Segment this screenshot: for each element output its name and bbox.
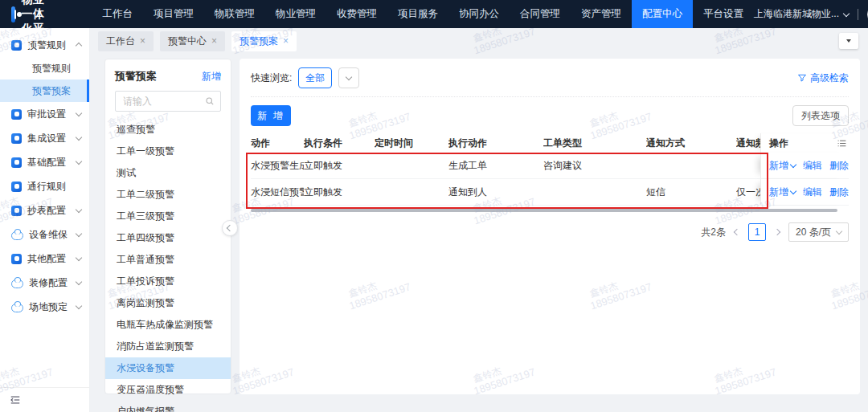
row-operations: 新增 编辑 删除: [760, 153, 849, 178]
tab-workbench[interactable]: 工作台 ×: [98, 31, 154, 51]
advanced-search-label: 高级检索: [810, 71, 849, 85]
sidebar-item-alert-rules[interactable]: 预警规则: [0, 57, 89, 80]
sidebar-item-renovation-config[interactable]: 装修配置: [0, 271, 89, 295]
sidebar-footer: [0, 387, 89, 412]
sidebar-item-other-config[interactable]: 其他配置: [0, 247, 89, 271]
sidebar-item-meter-config[interactable]: 抄表配置: [0, 198, 89, 222]
row-operations: 新增 编辑 删除: [760, 179, 849, 205]
module-icon: [11, 182, 22, 192]
list-item[interactable]: 测试: [105, 162, 231, 184]
chevron-down-icon: [76, 257, 81, 260]
module-icon: [11, 133, 22, 144]
list-item[interactable]: 户内燃气报警: [105, 401, 231, 412]
cell-action: 水浸预警生成工单: [251, 159, 304, 173]
sidebar-item-label: 设备维保: [29, 228, 68, 242]
sidebar-item-integration-settings[interactable]: 集成设置: [0, 126, 89, 150]
nav-item-fee-mgmt[interactable]: 收费管理: [326, 0, 387, 28]
panel-collapse-button[interactable]: [222, 220, 238, 236]
nav-item-collaboration[interactable]: 协同办公: [448, 0, 510, 28]
nav-item-project-mgmt[interactable]: 项目管理: [143, 0, 204, 28]
row-add-button[interactable]: 新增: [769, 186, 796, 199]
quick-browse-row: 快速浏览: 全部 高级检索: [251, 67, 849, 89]
close-icon[interactable]: ×: [283, 36, 289, 46]
quick-browse-all-button[interactable]: 全部: [298, 67, 332, 88]
tab-list-dropdown-button[interactable]: [839, 33, 858, 49]
advanced-search-link[interactable]: 高级检索: [797, 71, 849, 85]
nav-item-contract-mgmt[interactable]: 合同管理: [510, 0, 571, 28]
column-header: 通知方式: [646, 137, 736, 150]
next-page-button[interactable]: [773, 230, 781, 235]
page-number-button[interactable]: 1: [748, 223, 766, 241]
list-item[interactable]: 变压器温度预警: [105, 379, 231, 401]
nav-item-property-mgmt[interactable]: 物业管理: [265, 0, 326, 28]
row-edit-button[interactable]: 编辑: [803, 186, 822, 199]
chevron-down-icon: [346, 74, 352, 80]
quick-browse-dropdown-button[interactable]: [338, 67, 359, 88]
list-item[interactable]: 工单一级预警: [105, 141, 231, 162]
list-item[interactable]: 工单三级预警: [105, 206, 231, 227]
add-button[interactable]: 新 增: [251, 105, 291, 126]
nav-item-project-service[interactable]: 项目服务: [387, 0, 448, 28]
list-item[interactable]: 工单四级预警: [105, 227, 231, 249]
alert-plan-table: 动作 执行条件 定时时间 执行动作 工单类型 通知方式 通知频次 操作: [251, 133, 849, 212]
close-icon[interactable]: ×: [140, 36, 145, 46]
chevron-right-icon: [774, 229, 780, 235]
list-item[interactable]: 离岗监测预警: [105, 292, 231, 314]
chevron-down-icon: [76, 112, 81, 116]
table-row[interactable]: 水浸短信预警 立即触发 通知到人 短信 仅一次 新增 编辑 删除: [251, 179, 849, 206]
sidebar-item-approval-settings[interactable]: 审批设置: [0, 102, 89, 126]
column-header: 动作: [251, 137, 304, 150]
close-icon[interactable]: ×: [211, 36, 217, 46]
horizontal-scrollbar[interactable]: [251, 209, 837, 212]
chevron-left-icon: [734, 229, 740, 235]
list-item[interactable]: 消防占道监测预警: [105, 336, 231, 357]
action-row: 新 增 列表选项: [251, 104, 849, 127]
chevron-down-icon: [76, 209, 81, 212]
list-item[interactable]: 工单二级预警: [105, 184, 231, 206]
sidebar-item-equipment-maintenance[interactable]: 设备维保: [0, 222, 89, 247]
panel-header: 预警预案 新增: [105, 59, 231, 91]
sidebar-item-alert-plans[interactable]: 预警预案: [0, 80, 89, 102]
tab-alert-plans[interactable]: 预警预案 ×: [231, 31, 297, 51]
chevron-left-icon: [227, 225, 233, 231]
row-edit-button[interactable]: 编辑: [803, 159, 822, 173]
collapse-sidebar-button[interactable]: [10, 394, 21, 406]
table-row[interactable]: 水浸预警生成工单 立即触发 生成工单 咨询建议 新增 编辑 删除: [251, 153, 849, 179]
nav-item-config-center[interactable]: 配置中心: [632, 0, 693, 28]
panel-add-button[interactable]: 新增: [202, 70, 221, 84]
column-settings-button[interactable]: [837, 138, 849, 149]
alert-plan-list: 巡查预警 工单一级预警 测试 工单二级预警 工单三级预警 工单四级预警 工单普通…: [105, 119, 231, 412]
list-item-selected[interactable]: 水浸设备预警: [105, 357, 231, 379]
brand: 临港物业一体化平台: [11, 0, 46, 51]
page-body: 预警规则 预警规则 预警预案 审批设置 集成设置 基础配置: [0, 28, 868, 412]
prev-page-button[interactable]: [733, 230, 741, 235]
nav-item-platform-settings[interactable]: 平台设置: [693, 0, 754, 28]
nav-item-iot-mgmt[interactable]: 物联管理: [204, 0, 265, 28]
main-menu: 工作台 项目管理 物联管理 物业管理 收费管理 项目服务 协同办公 合同管理 资…: [92, 0, 755, 28]
sidebar-item-basic-config[interactable]: 基础配置: [0, 150, 89, 174]
column-header-truncated: 通知频次: [736, 137, 760, 150]
nav-item-workbench[interactable]: 工作台: [92, 0, 144, 28]
search-input[interactable]: [121, 95, 202, 108]
list-options-button[interactable]: 列表选项: [792, 105, 849, 126]
sidebar-item-label: 基础配置: [27, 156, 66, 169]
row-delete-button[interactable]: 删除: [829, 186, 849, 199]
sidebar-item-venue-booking[interactable]: 场地预定: [0, 295, 89, 319]
list-item[interactable]: 工单投诉预警: [105, 271, 231, 292]
list-item[interactable]: 巡查预警: [105, 119, 231, 141]
main-card: 快速浏览: 全部 高级检索 新 增 列表选项: [240, 59, 860, 394]
page-size-select[interactable]: 20 条/页: [788, 222, 849, 242]
app-root: 鑫铃杰18958073197鑫铃杰18958073197鑫铃杰189580731…: [0, 0, 868, 412]
sidebar-item-access-rules[interactable]: 通行规则: [0, 174, 89, 198]
chevron-down-icon: [76, 137, 81, 140]
list-item[interactable]: 工单普通预警: [105, 249, 231, 271]
row-delete-button[interactable]: 删除: [829, 159, 849, 173]
tab-alert-center[interactable]: 预警中心 ×: [160, 31, 225, 51]
ops-column-header: 操作: [760, 133, 849, 153]
nav-item-asset-mgmt[interactable]: 资产管理: [571, 0, 632, 28]
company-selector[interactable]: 上海临港新城物业...: [754, 7, 849, 21]
row-add-button[interactable]: 新增: [769, 159, 796, 173]
list-item[interactable]: 电瓶车热成像监测预警: [105, 314, 231, 336]
cell-condition: 立即触发: [304, 186, 375, 199]
column-header: 操作: [769, 137, 788, 150]
